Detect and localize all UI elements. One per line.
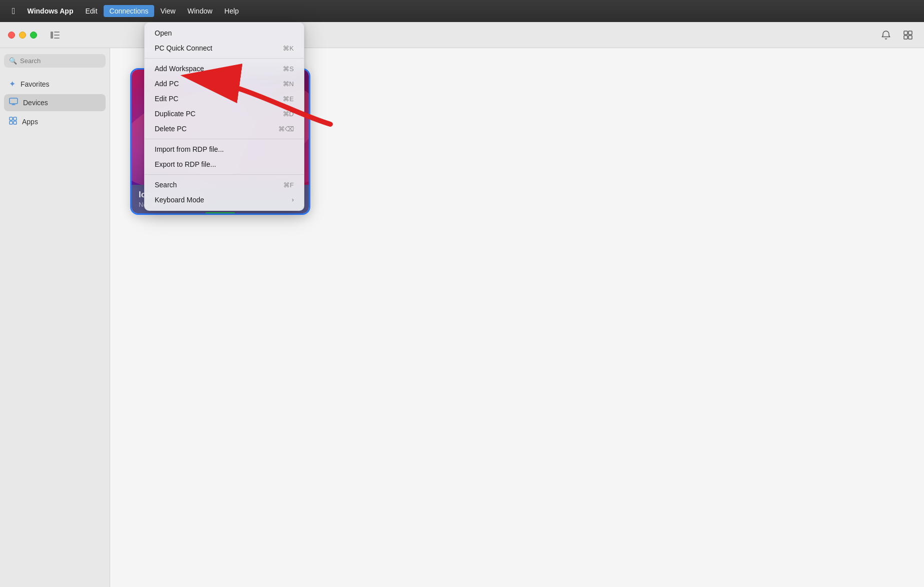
menu-item-search-label: Search (155, 181, 177, 189)
svg-rect-1 (54, 32, 60, 33)
menu-item-delete-pc-label: Delete PC (155, 125, 187, 133)
sidebar: 🔍 ✦ Favorites Devices (0, 48, 110, 587)
menu-help[interactable]: Help (218, 5, 245, 17)
menu-item-add-workspace-shortcut: ⌘S (283, 65, 294, 73)
menu-item-import-rdp[interactable]: Import from RDP file... (147, 142, 302, 157)
star-icon: ✦ (9, 79, 16, 89)
menu-item-delete-pc[interactable]: Delete PC ⌘⌫ (147, 121, 302, 136)
sidebar-item-apps[interactable]: Apps (4, 113, 106, 130)
menu-view[interactable]: View (154, 5, 181, 17)
menu-item-add-pc[interactable]: Add PC ⌘N (147, 76, 302, 91)
menu-item-add-pc-label: Add PC (155, 80, 179, 88)
svg-rect-10 (14, 117, 17, 120)
app-name[interactable]: Windows App (22, 5, 80, 17)
search-box[interactable]: 🔍 (4, 54, 106, 68)
menu-item-keyboard-mode[interactable]: Keyboard Mode › (147, 192, 302, 207)
menu-item-keyboard-mode-label: Keyboard Mode (155, 196, 204, 204)
sidebar-item-favorites[interactable]: ✦ Favorites (4, 76, 106, 92)
svg-rect-9 (10, 117, 13, 120)
menu-item-search[interactable]: Search ⌘F (147, 177, 302, 192)
menu-bar:  Windows App Edit Connections View Wind… (0, 0, 924, 22)
apps-icon (9, 117, 17, 127)
titlebar (0, 22, 924, 48)
menu-item-import-rdp-label: Import from RDP file... (155, 145, 224, 153)
menu-item-add-workspace[interactable]: Add Workspace ⌘S (147, 61, 302, 76)
notification-button[interactable] (878, 28, 894, 42)
menu-item-delete-pc-shortcut: ⌘⌫ (278, 125, 294, 133)
menu-item-duplicate-pc[interactable]: Duplicate PC ⌘D (147, 106, 302, 121)
menu-item-export-rdp[interactable]: Export to RDP file... (147, 157, 302, 172)
menu-edit[interactable]: Edit (79, 5, 103, 17)
close-button[interactable] (8, 32, 15, 39)
search-icon: 🔍 (9, 57, 17, 65)
maximize-button[interactable] (30, 32, 37, 39)
svg-rect-8 (10, 98, 18, 104)
menu-item-open-label: Open (155, 29, 172, 37)
search-input[interactable] (20, 57, 101, 65)
grid-view-button[interactable] (900, 28, 916, 42)
menu-item-search-shortcut: ⌘F (283, 181, 294, 189)
menu-connections[interactable]: Connections (104, 5, 155, 17)
sidebar-toggle-button[interactable] (47, 28, 63, 42)
menu-item-export-rdp-label: Export to RDP file... (155, 160, 216, 168)
svg-rect-2 (54, 35, 60, 36)
sidebar-label-apps: Apps (22, 118, 38, 126)
menu-item-duplicate-pc-shortcut: ⌘D (283, 110, 294, 118)
menu-item-pc-quick-connect[interactable]: PC Quick Connect ⌘K (147, 41, 302, 56)
apple-menu[interactable]:  (6, 6, 22, 17)
menu-separator-3 (145, 174, 304, 175)
app-window: 🔍 ✦ Favorites Devices (0, 22, 924, 587)
svg-rect-0 (51, 32, 53, 39)
sidebar-label-favorites: Favorites (21, 80, 50, 88)
menu-item-add-pc-shortcut: ⌘N (283, 80, 294, 88)
menu-item-edit-pc-shortcut: ⌘E (283, 95, 294, 103)
sidebar-label-devices: Devices (23, 99, 48, 107)
connection-indicator (205, 212, 235, 215)
svg-rect-12 (14, 121, 17, 124)
menu-separator-2 (145, 139, 304, 139)
svg-rect-3 (54, 38, 60, 39)
menu-item-pc-quick-connect-label: PC Quick Connect (155, 44, 212, 52)
menu-item-pc-quick-connect-shortcut: ⌘K (283, 45, 294, 52)
menu-item-duplicate-pc-label: Duplicate PC (155, 110, 196, 118)
menu-item-open[interactable]: Open (147, 26, 302, 41)
svg-rect-7 (908, 36, 912, 39)
menu-item-edit-pc-label: Edit PC (155, 95, 178, 103)
connections-dropdown-menu: Open PC Quick Connect ⌘K Add Workspace ⌘… (144, 22, 304, 211)
keyboard-mode-submenu-arrow: › (292, 196, 294, 203)
menu-item-edit-pc[interactable]: Edit PC ⌘E (147, 91, 302, 106)
monitor-icon (9, 98, 18, 108)
titlebar-actions (878, 28, 916, 42)
menu-item-add-workspace-label: Add Workspace (155, 65, 204, 73)
sidebar-item-devices[interactable]: Devices (4, 94, 106, 111)
menu-window[interactable]: Window (182, 5, 219, 17)
traffic-lights (8, 32, 37, 39)
main-content: 🔍 ✦ Favorites Devices (0, 48, 924, 587)
svg-rect-6 (904, 36, 907, 39)
svg-rect-5 (908, 31, 912, 35)
svg-rect-11 (10, 121, 13, 124)
minimize-button[interactable] (19, 32, 26, 39)
menu-separator-1 (145, 58, 304, 59)
svg-rect-4 (904, 31, 907, 35)
